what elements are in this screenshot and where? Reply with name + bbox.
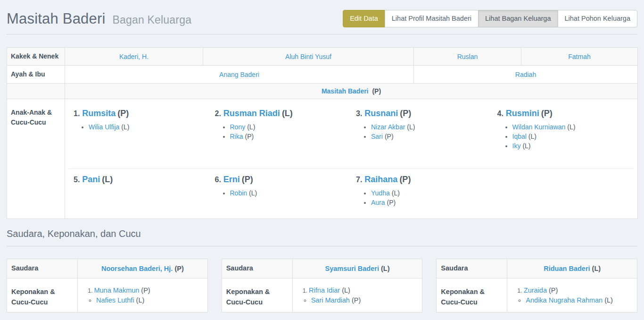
- person-row-empty-label: [7, 84, 65, 99]
- view-family-chart-button[interactable]: Lihat Bagan Keluarga: [478, 10, 558, 27]
- list-item: Andika Nugraha Rahman(L): [526, 296, 633, 304]
- sibling-table: Saudara Riduan Baderi(L) Keponakan & Cuc…: [436, 259, 637, 312]
- person-link-father[interactable]: Anang Baderi: [219, 71, 259, 78]
- gender-tag: (P): [174, 265, 183, 272]
- edit-data-button[interactable]: Edit Data: [343, 10, 385, 27]
- person-link-grandfather-paternal[interactable]: Kaderi, H.: [119, 53, 149, 60]
- grandchildren-list: Nizar Akbar(L) Sari(P): [356, 123, 488, 140]
- person-link-grandnephew[interactable]: Nafies Luthfi: [96, 296, 134, 304]
- person-link-grandfather-maternal[interactable]: Ruslan: [457, 53, 478, 60]
- grandparent-cell: Kaderi, H.: [65, 48, 203, 66]
- grandchildren-list: Yudha(L) Aura(P): [356, 189, 488, 206]
- sibling-label: Saudara: [222, 259, 292, 278]
- person-link-sibling[interactable]: Syamsuri Baderi: [325, 265, 379, 272]
- person-link-grandchild[interactable]: Iky: [512, 142, 521, 150]
- child-header: 3.Rusnani(P): [356, 109, 488, 118]
- person-link-grandchild[interactable]: Wildan Kurniawan: [512, 123, 566, 131]
- person-link-mother[interactable]: Radiah: [515, 71, 536, 78]
- children-label: Anak-Anak & Cucu-Cucu: [7, 99, 65, 219]
- gender-tag: (L): [136, 296, 145, 304]
- person-link-main[interactable]: Masitah Baderi: [322, 87, 369, 95]
- list-item: Iky(L): [512, 142, 629, 150]
- person-link-grandchild[interactable]: Robin: [230, 189, 248, 197]
- grandparents-label: Kakek & Nenek: [7, 48, 65, 66]
- children-grid-row-1: 1.Rumsita(P) Wilia Ulfija(L) 2.Rusman Ri…: [69, 103, 634, 169]
- grandchildren-list: Rony(L) Rika(P): [215, 123, 347, 140]
- gender-tag: (P): [242, 175, 253, 184]
- person-link-child[interactable]: Rusnani: [364, 109, 398, 118]
- person-link-nephew[interactable]: Zuraida: [524, 286, 547, 294]
- child-header: 2.Rusman Riadi(L): [215, 109, 347, 118]
- sibling-table: Saudara Noorsehan Baderi, Hj.(P) Keponak…: [7, 259, 208, 312]
- person-link-sibling[interactable]: Riduan Baderi: [544, 265, 590, 272]
- gender-tag: (L): [247, 123, 255, 131]
- child-entry-empty: [493, 169, 634, 208]
- person-link-grandchild[interactable]: Sari: [371, 133, 383, 140]
- nephews-row: Keponakan & Cucu-Cucu 1.Zuraida(P) Andik…: [437, 278, 637, 312]
- grandparent-cell: Ruslan: [414, 48, 521, 66]
- nephews-cell: 1.Rifna Idiar(L) Sari Mardiah(P): [292, 278, 422, 312]
- parent-cell: Anang Baderi: [65, 66, 414, 84]
- person-link-child[interactable]: Erni: [223, 175, 240, 184]
- person-link-nephew[interactable]: Rifna Idiar: [309, 286, 340, 294]
- nephew-number: 1.: [517, 287, 522, 294]
- gender-tag: (P): [372, 87, 381, 95]
- gender-tag: (P): [385, 133, 394, 140]
- child-number: 3.: [356, 109, 362, 118]
- grandchildren-list: Wildan Kurniawan(L) Iqbal(L) Iky(L): [497, 123, 629, 150]
- person-link-grandchild[interactable]: Rika: [230, 133, 243, 140]
- child-entry: 1.Rumsita(P) Wilia Ulfija(L): [69, 103, 210, 152]
- child-header: 1.Rumsita(P): [74, 109, 206, 118]
- gender-tag: (L): [121, 123, 129, 131]
- nephew-number: 1.: [303, 287, 307, 294]
- page-title: Masitah Baderi Bagan Keluarga: [7, 10, 191, 27]
- person-row: Masitah Baderi (P): [7, 84, 638, 99]
- person-link-child[interactable]: Rusman Riadi: [223, 109, 280, 118]
- grandparent-cell: Aluh Binti Yusuf: [203, 48, 414, 66]
- child-entry: 3.Rusnani(P) Nizar Akbar(L) Sari(P): [351, 103, 493, 152]
- list-item: Nizar Akbar(L): [371, 123, 488, 131]
- gender-tag: (L): [567, 123, 575, 131]
- person-link-grandchild[interactable]: Rony: [230, 123, 246, 131]
- children-cell: 1.Rumsita(P) Wilia Ulfija(L) 2.Rusman Ri…: [65, 99, 638, 219]
- sibling-table: Saudara Syamsuri Baderi(L) Keponakan & C…: [222, 259, 423, 312]
- sibling-row: Saudara Syamsuri Baderi(L): [222, 259, 422, 278]
- child-entry: 7.Raihana(P) Yudha(L) Aura(P): [351, 169, 493, 208]
- sibling-card: Saudara Syamsuri Baderi(L) Keponakan & C…: [222, 259, 423, 312]
- child-header: 4.Rusmini(P): [497, 109, 629, 118]
- person-link-grandchild[interactable]: Yudha: [371, 189, 390, 197]
- person-link-grandmother-paternal[interactable]: Aluh Binti Yusuf: [285, 53, 331, 60]
- gender-tag: (P): [541, 109, 553, 118]
- gender-tag: (L): [407, 123, 415, 131]
- person-link-nephew[interactable]: Muna Makmun: [94, 286, 139, 294]
- nephew-entry: 1.Zuraida(P): [512, 286, 633, 294]
- person-link-child[interactable]: Pani: [82, 175, 100, 184]
- person-link-grandnephew[interactable]: Sari Mardiah: [311, 296, 350, 304]
- person-link-grandchild[interactable]: Iqbal: [512, 133, 527, 140]
- nephews-cell: 1.Muna Makmun(P) Nafies Luthfi(L): [78, 278, 208, 312]
- person-link-child[interactable]: Rumsita: [82, 109, 116, 118]
- person-link-grandnephew[interactable]: Andika Nugraha Rahman: [526, 296, 603, 304]
- person-link-grandchild[interactable]: Nizar Akbar: [371, 123, 405, 131]
- person-link-grandmother-maternal[interactable]: Fatmah: [568, 53, 590, 60]
- parent-cell: Radiah: [414, 66, 638, 84]
- parents-label: Ayah & Ibu: [7, 66, 65, 84]
- view-family-tree-button[interactable]: Lihat Pohon Keluarga: [558, 10, 637, 27]
- person-link-child[interactable]: Rusmini: [506, 109, 539, 118]
- view-profile-button[interactable]: Lihat Profil Masitah Baderi: [385, 10, 479, 27]
- nephews-cell: 1.Zuraida(P) Andika Nugraha Rahman(L): [507, 278, 637, 312]
- person-link-child[interactable]: Raihana: [364, 175, 397, 184]
- person-link-grandchild[interactable]: Aura: [371, 199, 385, 206]
- person-link-grandchild[interactable]: Wilia Ulfija: [89, 123, 119, 131]
- gender-tag: (L): [282, 109, 293, 118]
- child-number: 4.: [497, 109, 504, 118]
- list-item: Aura(P): [371, 199, 488, 206]
- list-item: Iqbal(L): [512, 133, 629, 140]
- grandparent-cell: Fatmah: [521, 48, 638, 66]
- child-number: 7.: [356, 176, 362, 184]
- list-item: Robin(L): [230, 189, 347, 197]
- gender-tag: (L): [102, 175, 113, 184]
- child-number: 1.: [74, 109, 80, 118]
- nephews-label: Keponakan & Cucu-Cucu: [7, 278, 78, 312]
- person-link-sibling[interactable]: Noorsehan Baderi, Hj.: [101, 265, 173, 272]
